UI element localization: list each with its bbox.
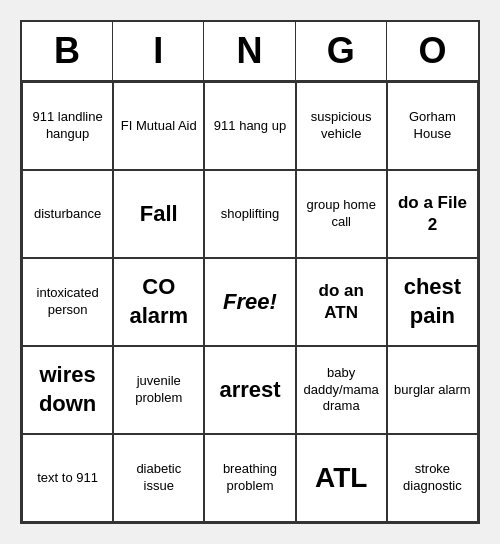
bingo-cell[interactable]: group home call (296, 170, 387, 258)
bingo-cell[interactable]: diabetic issue (113, 434, 204, 522)
header-letter: N (204, 22, 295, 80)
bingo-cell[interactable]: juvenile problem (113, 346, 204, 434)
bingo-cell[interactable]: do a File 2 (387, 170, 478, 258)
bingo-cell[interactable]: text to 911 (22, 434, 113, 522)
bingo-cell[interactable]: FI Mutual Aid (113, 82, 204, 170)
bingo-cell[interactable]: suspicious vehicle (296, 82, 387, 170)
bingo-cell[interactable]: CO alarm (113, 258, 204, 346)
bingo-cell[interactable]: chest pain (387, 258, 478, 346)
bingo-cell[interactable]: ATL (296, 434, 387, 522)
bingo-header: BINGO (22, 22, 478, 82)
bingo-cell[interactable]: do an ATN (296, 258, 387, 346)
bingo-cell[interactable]: burglar alarm (387, 346, 478, 434)
bingo-grid: 911 landline hangupFI Mutual Aid911 hang… (22, 82, 478, 522)
bingo-cell[interactable]: intoxicated person (22, 258, 113, 346)
header-letter: O (387, 22, 478, 80)
bingo-cell[interactable]: Fall (113, 170, 204, 258)
bingo-cell[interactable]: arrest (204, 346, 295, 434)
header-letter: G (296, 22, 387, 80)
bingo-cell[interactable]: baby daddy/mama drama (296, 346, 387, 434)
bingo-cell[interactable]: 911 landline hangup (22, 82, 113, 170)
header-letter: B (22, 22, 113, 80)
bingo-cell[interactable]: stroke diagnostic (387, 434, 478, 522)
bingo-cell[interactable]: disturbance (22, 170, 113, 258)
bingo-card: BINGO 911 landline hangupFI Mutual Aid91… (20, 20, 480, 524)
bingo-cell[interactable]: wires down (22, 346, 113, 434)
bingo-cell[interactable]: Gorham House (387, 82, 478, 170)
bingo-cell[interactable]: 911 hang up (204, 82, 295, 170)
bingo-cell[interactable]: shoplifting (204, 170, 295, 258)
header-letter: I (113, 22, 204, 80)
bingo-cell[interactable]: Free! (204, 258, 295, 346)
bingo-cell[interactable]: breathing problem (204, 434, 295, 522)
